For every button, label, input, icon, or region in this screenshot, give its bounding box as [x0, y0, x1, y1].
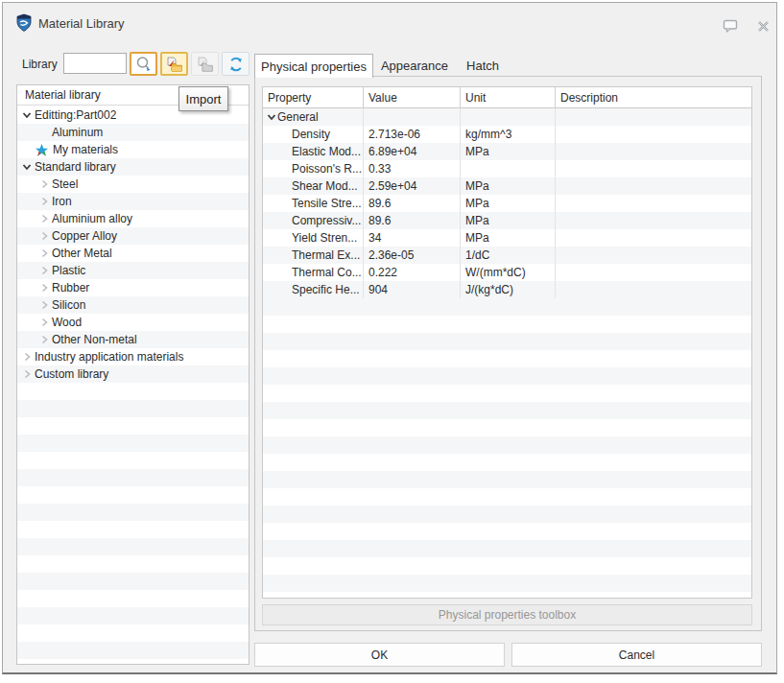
chevron-right-icon[interactable] — [21, 351, 33, 363]
tree-item-wood[interactable]: Wood — [17, 314, 249, 331]
table-row-compressive-strength[interactable]: Compressiv... 89.6 MPa — [263, 212, 751, 229]
material-tree-panel: Material library Editting:Part002 Alumin… — [16, 84, 249, 665]
tree-item-custom-library[interactable]: Custom library — [17, 365, 249, 383]
value-cell: 89.6 — [364, 212, 461, 229]
chevron-down-icon[interactable] — [21, 109, 33, 121]
value-cell — [364, 108, 461, 126]
close-icon[interactable] — [752, 17, 773, 35]
tree-item-aluminum[interactable]: Aluminum — [17, 124, 249, 141]
chevron-right-icon[interactable] — [21, 368, 33, 380]
chevron-right-icon[interactable] — [38, 334, 50, 345]
column-header-property[interactable]: Property — [263, 87, 364, 107]
property-name: General — [277, 110, 319, 124]
tree-item-label: Aluminium alloy — [50, 212, 132, 225]
tree-item-iron[interactable]: Iron — [17, 193, 249, 210]
table-row-thermal-expansion[interactable]: Thermal Ex... 2.36e-05 1/dC — [263, 247, 751, 264]
property-cell: Elastic Mod... — [263, 143, 364, 160]
unit-cell — [461, 108, 556, 126]
unit-cell: MPa — [461, 229, 556, 247]
star-icon — [35, 143, 49, 157]
tree-item-label: Custom library — [33, 367, 108, 381]
tab-hatch[interactable]: Hatch — [456, 54, 510, 77]
tab-label: Hatch — [466, 59, 499, 73]
unit-cell: J/(kg*dC) — [461, 281, 556, 298]
property-cell: Poisson's R... — [263, 160, 364, 177]
value-cell: 904 — [364, 281, 461, 298]
chevron-down-icon[interactable] — [21, 161, 33, 173]
tree-item-label: Iron — [50, 195, 72, 208]
material-library-dialog: Material Library Library — [2, 2, 777, 674]
tree-item-other-metal[interactable]: Other Metal — [17, 245, 249, 262]
tree-rows: Editting:Part002 Aluminum My materials — [17, 106, 249, 664]
table-row-poissons-ratio[interactable]: Poisson's R... 0.33 — [263, 160, 751, 177]
cancel-button[interactable]: Cancel — [511, 643, 762, 667]
table-row-yield-strength[interactable]: Yield Stren... 34 MPa — [263, 229, 751, 247]
description-cell — [556, 195, 751, 212]
chevron-right-icon[interactable] — [38, 265, 50, 276]
description-cell — [556, 160, 751, 177]
chevron-right-icon[interactable] — [38, 247, 50, 259]
import-button[interactable] — [160, 52, 188, 76]
tree-item-industry-application-materials[interactable]: Industry application materials — [17, 348, 249, 365]
chevron-right-icon[interactable] — [38, 282, 50, 294]
property-cell: Shear Mod... — [263, 177, 364, 195]
physical-properties-toolbox-button[interactable]: Physical properties toolbox — [262, 604, 752, 625]
chevron-right-icon[interactable] — [38, 213, 50, 224]
table-row-shear-modulus[interactable]: Shear Mod... 2.59e+04 MPa — [263, 177, 751, 195]
title-bar[interactable]: Material Library — [6, 6, 779, 44]
description-cell — [556, 264, 751, 281]
chevron-right-icon[interactable] — [38, 230, 50, 242]
table-row-density[interactable]: Density 2.713e-06 kg/mm^3 — [263, 126, 751, 143]
value-cell: 6.89e+04 — [364, 143, 461, 160]
chevron-right-icon[interactable] — [38, 299, 50, 311]
tab-appearance[interactable]: Appearance — [378, 54, 451, 77]
table-row-thermal-conductivity[interactable]: Thermal Co... 0.222 W/(mm*dC) — [263, 264, 751, 281]
chevron-right-icon[interactable] — [38, 178, 50, 190]
refresh-button[interactable] — [222, 52, 249, 76]
table-row-specific-heat[interactable]: Specific He... 904 J/(kg*dC) — [263, 281, 751, 298]
tree-item-label: Aluminum — [50, 126, 103, 139]
unit-cell: MPa — [461, 143, 556, 160]
column-header-description[interactable]: Description — [556, 87, 751, 107]
material-library-dialog-screen: Material Library Library — [0, 0, 784, 683]
tree-item-silicon[interactable]: Silicon — [17, 296, 249, 314]
tree-item-label: Wood — [50, 316, 82, 329]
unit-cell: 1/dC — [461, 247, 556, 264]
description-cell — [556, 108, 751, 126]
tree-item-copper-alloy[interactable]: Copper Alloy — [17, 227, 249, 245]
value-cell: 89.6 — [364, 195, 461, 212]
unit-cell: kg/mm^3 — [461, 126, 556, 143]
ok-button[interactable]: OK — [254, 643, 505, 667]
tab-label: Physical properties — [261, 59, 367, 74]
tree-item-steel[interactable]: Steel — [17, 176, 249, 193]
tree-item-plastic[interactable]: Plastic — [17, 262, 249, 279]
tree-item-rubber[interactable]: Rubber — [17, 279, 249, 296]
chevron-down-icon[interactable] — [266, 111, 277, 123]
tree-item-aluminium-alloy[interactable]: Aluminium alloy — [17, 210, 249, 227]
library-label: Library — [22, 58, 58, 71]
tree-item-label: Editting:Part002 — [33, 108, 116, 122]
column-header-unit[interactable]: Unit — [461, 87, 556, 107]
comment-icon[interactable] — [720, 17, 741, 35]
value-cell: 34 — [364, 229, 461, 247]
search-button[interactable] — [130, 52, 157, 76]
unit-cell: W/(mm*dC) — [461, 264, 556, 281]
import-tooltip: Import — [178, 86, 228, 111]
description-cell — [556, 143, 751, 160]
tree-item-standard-library[interactable]: Standard library — [17, 158, 249, 176]
chevron-right-icon[interactable] — [38, 196, 50, 207]
table-header-row: Property Value Unit Description — [263, 87, 751, 108]
property-cell: Compressiv... — [263, 212, 364, 229]
tree-item-my-materials[interactable]: My materials — [17, 141, 249, 158]
library-search-input[interactable] — [63, 53, 127, 74]
window-title: Material Library — [38, 16, 125, 31]
table-row-tensile-strength[interactable]: Tensile Stre... 89.6 MPa — [263, 195, 751, 212]
table-row-general[interactable]: General — [263, 108, 751, 126]
table-row-elastic-modulus[interactable]: Elastic Mod... 6.89e+04 MPa — [263, 143, 751, 160]
tree-item-other-non-metal[interactable]: Other Non-metal — [17, 331, 249, 348]
description-cell — [556, 229, 751, 247]
property-cell: Thermal Co... — [263, 264, 364, 281]
column-header-value[interactable]: Value — [364, 87, 461, 107]
chevron-right-icon[interactable] — [38, 317, 50, 328]
tab-physical-properties[interactable]: Physical properties — [254, 54, 373, 78]
